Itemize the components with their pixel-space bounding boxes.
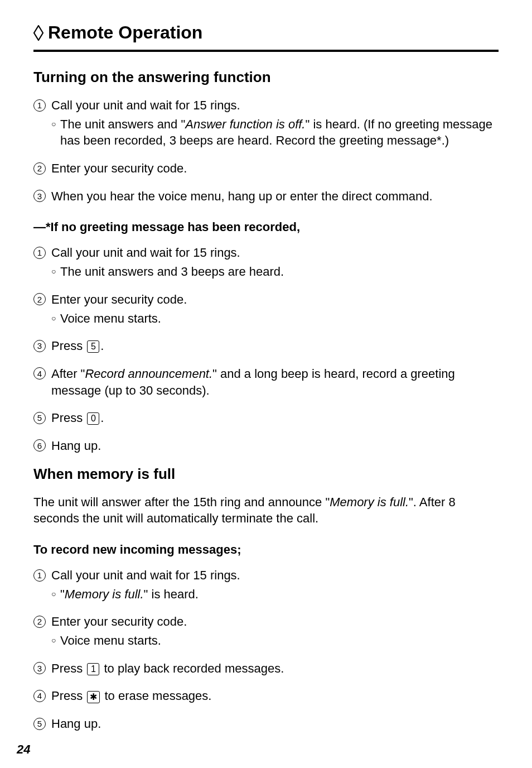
step-item: 4 After "Record announcement." and a lon… — [33, 366, 499, 399]
step-text: Hang up. — [51, 439, 101, 453]
step-body: Press 0. — [51, 410, 499, 426]
step-marker: 1 — [33, 244, 49, 259]
step-body: Call your unit and wait for 15 rings. ○ … — [51, 97, 499, 149]
step-marker: 3 — [33, 660, 49, 675]
step-text: After " — [51, 367, 85, 381]
bullet-text: The unit answers and 3 beeps are heard. — [60, 263, 499, 280]
step-text: Call your unit and wait for 15 rings. — [51, 246, 240, 260]
bullet-icon: ○ — [51, 589, 60, 599]
step-marker: 5 — [33, 716, 49, 730]
step-item: 5 Press 0. — [33, 410, 499, 426]
step-marker: 4 — [33, 366, 49, 380]
step-marker: 1 — [33, 97, 49, 112]
diamond-icon — [33, 25, 43, 41]
step-text-italic: Record announcement. — [85, 367, 212, 381]
step-body: Call your unit and wait for 15 rings. ○ … — [51, 567, 499, 602]
page-title: Remote Operation — [33, 22, 499, 52]
step-item: 3 Press 1 to play back recorded messages… — [33, 660, 499, 677]
step-text: . — [100, 411, 104, 425]
step-text: Enter your security code. — [51, 615, 187, 628]
step-body: Enter your security code. ○ Voice menu s… — [51, 613, 499, 649]
step-item: 2 Enter your security code. — [33, 160, 499, 177]
step-marker: 2 — [33, 160, 49, 175]
step-marker: 2 — [33, 291, 49, 306]
step-marker: 3 — [33, 338, 49, 352]
step-marker: 1 — [33, 567, 49, 582]
bullet-line: ○ Voice menu starts. — [51, 632, 499, 649]
step-text: When you hear the voice menu, hang up or… — [51, 189, 433, 203]
step-body: Press ✱ to erase messages. — [51, 688, 499, 704]
step-marker: 3 — [33, 188, 49, 203]
step-body: Press 1 to play back recorded messages. — [51, 660, 499, 677]
step-text: Press — [51, 339, 86, 353]
step-item: 5 Hang up. — [33, 716, 499, 732]
step-body: After "Record announcement." and a long … — [51, 366, 499, 399]
step-text: Enter your security code. — [51, 161, 187, 175]
step-body: When you hear the voice menu, hang up or… — [51, 188, 499, 205]
step-item: 1 Call your unit and wait for 15 rings. … — [33, 97, 499, 149]
step-item: 3 When you hear the voice menu, hang up … — [33, 188, 499, 205]
bullet-line: ○ The unit answers and "Answer function … — [51, 116, 499, 149]
step-text: Press — [51, 689, 86, 703]
step-marker: 5 — [33, 410, 49, 424]
step-marker: 6 — [33, 438, 49, 452]
step-marker: 2 — [33, 613, 49, 628]
step-body: Hang up. — [51, 716, 499, 732]
svg-marker-0 — [34, 26, 43, 40]
page-title-text: Remote Operation — [48, 22, 202, 43]
step-marker: 4 — [33, 688, 49, 702]
step-text: Call your unit and wait for 15 rings. — [51, 568, 240, 582]
bullet-line: ○ Voice menu starts. — [51, 310, 499, 327]
step-body: Press 5. — [51, 338, 499, 354]
step-item: 6 Hang up. — [33, 438, 499, 454]
bullet-icon: ○ — [51, 635, 60, 646]
step-text: Call your unit and wait for 15 rings. — [51, 98, 240, 112]
step-text: Press — [51, 411, 86, 425]
step-item: 2 Enter your security code. ○ Voice menu… — [33, 613, 499, 649]
step-body: Hang up. — [51, 438, 499, 454]
step-item: 1 Call your unit and wait for 15 rings. … — [33, 244, 499, 280]
section-heading-1: Turning on the answering function — [33, 69, 499, 86]
bullet-icon: ○ — [51, 119, 60, 129]
bullet-line: ○ The unit answers and 3 beeps are heard… — [51, 263, 499, 280]
step-text: to play back recorded messages. — [100, 661, 284, 675]
step-text: Enter your security code. — [51, 292, 187, 306]
subsection-heading: —*If no greeting message has been record… — [33, 220, 499, 234]
step-text: Press — [51, 661, 86, 675]
bullet-text: Voice menu starts. — [60, 632, 499, 649]
step-item: 2 Enter your security code. ○ Voice menu… — [33, 291, 499, 327]
step-body: Enter your security code. ○ Voice menu s… — [51, 291, 499, 327]
key-icon: 1 — [87, 663, 99, 675]
step-item: 4 Press ✱ to erase messages. — [33, 688, 499, 704]
key-icon: 5 — [87, 340, 99, 353]
bullet-icon: ○ — [51, 266, 60, 277]
step-body: Enter your security code. — [51, 160, 499, 177]
bullet-line: ○ "Memory is full." is heard. — [51, 586, 499, 603]
bullet-text: The unit answers and "Answer function is… — [60, 116, 499, 149]
step-item: 1 Call your unit and wait for 15 rings. … — [33, 567, 499, 602]
step-text: to erase messages. — [101, 689, 211, 703]
bullet-icon: ○ — [51, 313, 60, 324]
key-icon: ✱ — [87, 691, 100, 703]
intro-paragraph: The unit will answer after the 15th ring… — [33, 494, 499, 527]
step-body: Call your unit and wait for 15 rings. ○ … — [51, 244, 499, 280]
bullet-text: "Memory is full." is heard. — [60, 586, 499, 603]
bullet-text: Voice menu starts. — [60, 310, 499, 327]
step-item: 3 Press 5. — [33, 338, 499, 354]
page-number: 24 — [17, 742, 30, 757]
subsection-heading: To record new incoming messages; — [33, 543, 499, 557]
key-icon: 0 — [87, 412, 99, 425]
section-heading-2: When memory is full — [33, 465, 499, 483]
step-text: Hang up. — [51, 717, 101, 731]
step-text: . — [100, 339, 104, 353]
